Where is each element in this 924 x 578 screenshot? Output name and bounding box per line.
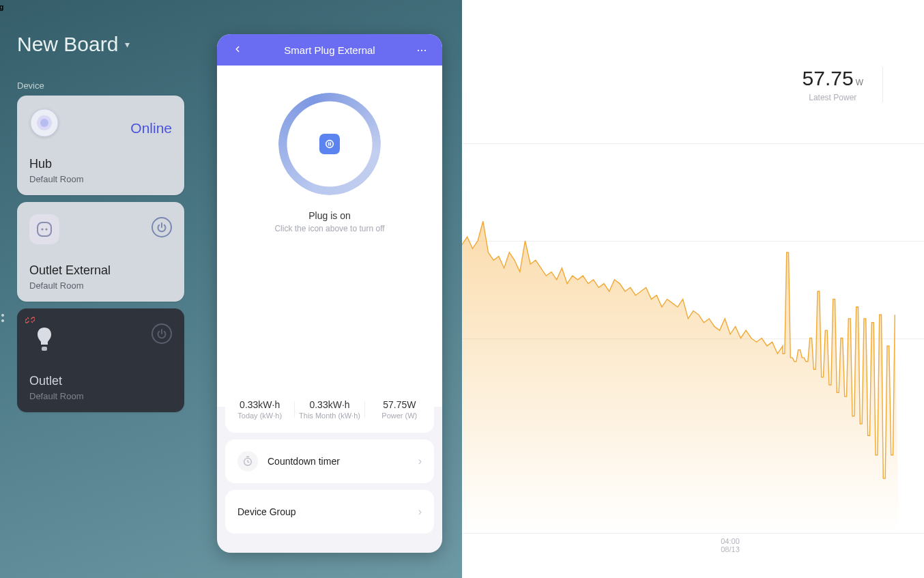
x-axis-tick: 04:00 08/13: [710, 537, 751, 553]
dashboard-panel: ug New Board ▾ Device Online Hub Default…: [0, 0, 462, 578]
detail-title: Smart Plug External: [284, 44, 375, 56]
chart-panel: 57.75W Latest Power 04:00 08/13: [462, 0, 924, 578]
latest-power-metric: 57.75W Latest Power: [803, 67, 883, 102]
board-title-text: New Board: [17, 33, 118, 56]
chevron-right-icon: ›: [418, 455, 422, 467]
stat-power: 57.75W Power (W): [365, 399, 434, 420]
tick-time: 04:00: [710, 537, 751, 545]
svg-rect-3: [38, 222, 51, 236]
stat-label: Today (kW·h): [225, 411, 294, 420]
device-room: Default Room: [29, 174, 172, 184]
row-label: Device Group: [237, 506, 296, 517]
device-card-hub[interactable]: Online Hub Default Room: [17, 96, 184, 195]
plug-status: Plug is on: [308, 210, 350, 221]
stat-value: 0.33kW·h: [295, 399, 364, 410]
countdown-timer-row[interactable]: Countdown timer ›: [225, 439, 434, 483]
metric-unit: W: [856, 78, 863, 87]
stats-bar[interactable]: 0.33kW·h Today (kW·h) 0.33kW·h This Mont…: [225, 386, 434, 433]
tick-date: 08/13: [710, 545, 751, 553]
hub-icon: [29, 108, 59, 138]
metric-value: 57.75: [803, 67, 854, 90]
corner-tag: ug: [0, 3, 3, 11]
bulb-icon: [29, 325, 59, 355]
row-label: Countdown timer: [268, 456, 340, 467]
device-name: Hub: [29, 157, 172, 171]
device-card-outlet-external[interactable]: Outlet External Default Room: [17, 202, 184, 302]
svg-rect-6: [42, 347, 47, 351]
stat-value: 57.75W: [365, 399, 434, 410]
device-name: Outlet: [29, 374, 172, 388]
device-card-list: Online Hub Default Room Outlet External …: [17, 96, 184, 412]
board-selector[interactable]: New Board ▾: [17, 33, 130, 56]
svg-point-2: [40, 119, 48, 127]
device-detail-panel: Smart Plug External ··· Plug is on Click…: [217, 34, 442, 553]
timer-icon: [237, 451, 258, 472]
section-label: Device: [17, 81, 44, 91]
metric-caption: Latest Power: [803, 93, 863, 102]
stat-today: 0.33kW·h Today (kW·h): [225, 399, 294, 420]
more-button[interactable]: ···: [414, 43, 430, 57]
device-room: Default Room: [29, 280, 172, 291]
device-room: Default Room: [29, 391, 172, 401]
device-group-row[interactable]: Device Group ›: [225, 490, 434, 534]
status-online: Online: [130, 120, 172, 136]
caret-down-icon: ▾: [125, 39, 130, 50]
stat-label: Power (W): [365, 411, 434, 420]
stat-value: 0.33kW·h: [225, 399, 294, 410]
broken-link-icon: [25, 315, 35, 327]
device-card-outlet[interactable]: Outlet Default Room: [17, 308, 184, 412]
detail-main: Plug is on Click the icon above to turn …: [217, 66, 442, 407]
power-chart[interactable]: [462, 143, 924, 539]
stat-label: This Month (kW·h): [295, 411, 364, 420]
stat-month: 0.33kW·h This Month (kW·h): [295, 399, 364, 420]
power-button[interactable]: [151, 217, 172, 237]
plug-hint: Click the icon above to turn off: [274, 224, 384, 233]
svg-point-4: [41, 228, 43, 230]
toggle-power-button[interactable]: [319, 134, 340, 154]
detail-header: Smart Plug External ···: [217, 34, 442, 66]
svg-point-7: [326, 141, 334, 148]
chevron-right-icon: ›: [418, 506, 422, 518]
device-name: Outlet External: [29, 263, 172, 278]
power-button[interactable]: [151, 323, 172, 344]
edge-handle-icon[interactable]: [1, 314, 4, 322]
power-ring: [278, 93, 381, 195]
outlet-icon: [29, 214, 59, 244]
back-button[interactable]: [229, 43, 246, 57]
svg-point-5: [45, 228, 47, 230]
